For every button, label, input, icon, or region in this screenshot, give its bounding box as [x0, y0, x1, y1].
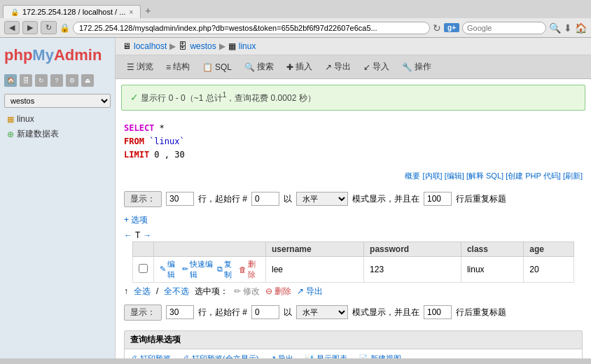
sql-from-keyword: FROM: [124, 136, 144, 146]
active-tab[interactable]: 🔒 172.25.254.128 / localhost / ... ×: [3, 5, 141, 18]
sql-offset: 0: [154, 150, 159, 160]
download-icon[interactable]: ⬇: [564, 22, 572, 34]
modify-link[interactable]: ✏ 修改: [234, 286, 260, 298]
address-input[interactable]: [73, 22, 430, 34]
mode-suffix-bottom: 模式显示，并且在: [352, 307, 419, 318]
sidebar-item-linux[interactable]: ▦ linux: [4, 112, 111, 126]
divider1: /: [156, 286, 158, 296]
delete-bottom-icon: ⊖: [265, 286, 272, 296]
row-checkbox-cell: [133, 256, 154, 282]
export-icon: ↗: [325, 62, 332, 72]
sidebar-item-label: linux: [17, 114, 34, 124]
insert-button[interactable]: ✚ 插入: [281, 58, 318, 76]
browse-icon: ☰: [127, 62, 134, 72]
display-controls-top: 显示： 行，起始行 # 以 水平 垂直 水平重复 模式显示，并且在 行后重复标题: [116, 187, 591, 211]
explain-link[interactable]: [解释 SQL]: [466, 172, 503, 180]
database-select[interactable]: westos: [4, 94, 111, 108]
reload-button[interactable]: ↻: [41, 21, 57, 34]
col-actions: [154, 241, 266, 256]
refresh-link[interactable]: [刷新]: [563, 172, 583, 180]
repeat-suffix-top: 行后重复标题: [456, 193, 506, 205]
delete-bottom-link[interactable]: ⊖ 删除: [265, 286, 291, 298]
right-arrow[interactable]: →: [143, 230, 151, 240]
start-row-label-top: 行，起始行 #: [198, 193, 247, 205]
help-sidebar-icon[interactable]: ?: [50, 74, 63, 87]
db-sidebar-icon[interactable]: 🗄: [20, 74, 32, 87]
query-results-header: 查询结果选项: [125, 331, 582, 349]
deselect-all-link[interactable]: 全不选: [164, 286, 189, 298]
new-view-link[interactable]: 📄 新建视图: [359, 354, 401, 358]
forward-button[interactable]: ▶: [22, 21, 38, 34]
sql-wildcard: *: [160, 123, 165, 133]
breadcrumb-arrow2: ▶: [219, 41, 225, 51]
breadcrumb-db-icon: 🗄: [179, 41, 187, 51]
copy-icon: ⧉: [217, 265, 223, 274]
settings-sidebar-icon[interactable]: ⚙: [66, 74, 78, 87]
rows-input-bottom[interactable]: [166, 305, 194, 319]
reload-sidebar-icon[interactable]: ↻: [35, 74, 48, 87]
search-icon[interactable]: 🔍: [549, 22, 561, 34]
quick-edit-icon: ✏: [182, 265, 188, 274]
rows-input-top[interactable]: [166, 192, 194, 206]
check-icon: ✓: [130, 92, 139, 103]
display-chart-link[interactable]: 📊 显示图表: [305, 354, 347, 358]
toolbar: ☰ 浏览 ≡ 结构 📋 SQL 🔍 搜索 ✚ 插入 ↗ 导出: [116, 55, 591, 79]
quick-edit-button[interactable]: ✏ 快速编辑: [182, 259, 214, 280]
edit-row-button[interactable]: ✎ 编辑: [160, 259, 179, 280]
add-options-link[interactable]: + 选项: [124, 215, 148, 225]
home-sidebar-icon[interactable]: 🏠: [4, 74, 17, 87]
search-button[interactable]: 🔍 搜索: [239, 58, 279, 76]
search-box[interactable]: [462, 22, 546, 34]
summary-link[interactable]: 概要: [405, 172, 420, 180]
delete-row-button[interactable]: 🗑 删除: [239, 259, 260, 280]
import-button[interactable]: ↙ 导入: [358, 58, 395, 76]
new-table-label: 新建数据表: [17, 128, 59, 140]
mode-label-top: 以: [284, 193, 292, 205]
export-bottom-link[interactable]: ↗ 导出: [297, 286, 323, 298]
tab-close-button[interactable]: ×: [129, 8, 133, 16]
php-link[interactable]: [创建 PHP 代码]: [506, 172, 561, 180]
row-checkbox[interactable]: [139, 264, 148, 273]
select-all-link[interactable]: 全选: [134, 286, 151, 298]
repeat-input-bottom[interactable]: [424, 305, 452, 319]
export-results-link[interactable]: ↗ 导出: [270, 354, 293, 358]
start-input-bottom[interactable]: [251, 305, 279, 319]
back-button[interactable]: ◀: [4, 21, 20, 34]
operations-button[interactable]: 🔧 操作: [396, 58, 437, 76]
search-input[interactable]: [467, 24, 523, 32]
breadcrumb-table[interactable]: linux: [239, 41, 256, 51]
lock-icon: 🔒: [60, 23, 70, 33]
start-input-top[interactable]: [251, 192, 279, 206]
new-tab-button[interactable]: +: [141, 3, 155, 18]
edit-link[interactable]: [编辑]: [445, 172, 464, 180]
new-table-button[interactable]: ⊕ 新建数据表: [4, 126, 111, 142]
export-results-icon: ↗: [270, 354, 276, 358]
query-results-body: 🖨 打印预览 🖨 打印预览(全文显示) ↗ 导出 📊 显示图表 📄: [125, 349, 582, 358]
print-full-link[interactable]: 🖨 打印预览(全文显示): [182, 354, 258, 358]
repeat-input-top[interactable]: [424, 192, 452, 206]
start-row-label-bottom: 行，起始行 #: [198, 307, 247, 318]
sql-button[interactable]: 📋 SQL: [197, 58, 237, 76]
home-icon[interactable]: 🏠: [575, 22, 587, 34]
breadcrumb-database[interactable]: westos: [190, 41, 216, 51]
browse-button[interactable]: ☰ 浏览: [121, 58, 159, 76]
sql-comma: ,: [165, 150, 169, 160]
mode-select-top[interactable]: 水平 垂直 水平重复: [296, 192, 348, 206]
browser-chrome: 🔒 172.25.254.128 / localhost / ... × + ◀…: [0, 0, 591, 38]
table-container: username password class age: [116, 241, 591, 283]
reload-icon[interactable]: ↻: [433, 22, 441, 34]
print-view-link[interactable]: 🖨 打印预览: [130, 354, 171, 358]
export-button[interactable]: ↗ 导出: [319, 58, 356, 76]
google-icon: g+: [447, 24, 456, 31]
exit-sidebar-icon[interactable]: ⏏: [81, 74, 94, 87]
cell-password: 123: [364, 256, 461, 282]
inline-link[interactable]: [内联]: [423, 172, 443, 180]
new-view-icon: 📄: [359, 354, 368, 358]
structure-button[interactable]: ≡ 结构: [160, 58, 195, 76]
display-controls-bottom: 显示： 行，起始行 # 以 水平 垂直 水平重复 模式显示，并且在 行后重复标题: [116, 300, 591, 325]
copy-row-button[interactable]: ⧉ 复制: [217, 259, 236, 280]
breadcrumb-server[interactable]: localhost: [134, 41, 167, 51]
left-arrow[interactable]: ←: [124, 230, 132, 240]
mode-select-bottom[interactable]: 水平 垂直 水平重复: [296, 305, 348, 319]
col-username: username: [266, 241, 364, 256]
